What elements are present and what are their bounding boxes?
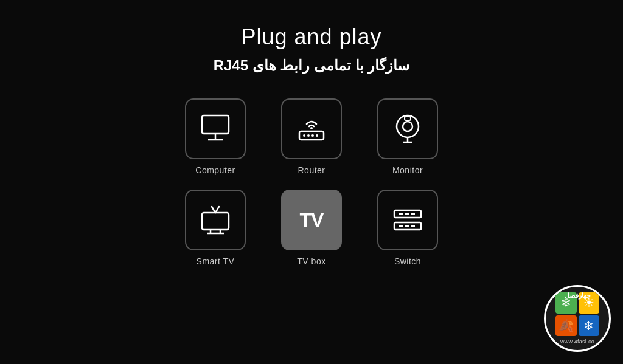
svg-point-10	[403, 122, 412, 131]
device-smart-tv: Smart TV	[176, 190, 255, 266]
svg-line-14	[212, 207, 215, 213]
router-label: Router	[298, 165, 325, 175]
svg-point-5	[303, 134, 305, 137]
device-monitor: Monitor	[368, 98, 447, 175]
device-computer: Computer	[176, 98, 255, 175]
device-row-2: Smart TV TV TV box	[176, 190, 447, 266]
svg-point-8	[316, 134, 318, 137]
logo-autumn-cell: 🍂	[555, 315, 577, 337]
switch-icon-box	[377, 190, 438, 250]
page-subtitle: سازگار با تمامی رابط های RJ45	[214, 57, 410, 74]
computer-label: Computer	[195, 165, 235, 175]
svg-point-7	[312, 134, 314, 137]
svg-line-15	[215, 207, 219, 213]
monitor-icon-box	[377, 98, 438, 159]
computer-icon-box	[185, 98, 246, 159]
smart-tv-icon-box	[185, 190, 246, 250]
device-tv-box: TV TV box	[272, 190, 351, 266]
device-grid: Computer	[176, 98, 447, 266]
tv-box-icon-box: TV	[281, 190, 342, 250]
switch-icon	[389, 202, 426, 238]
logo-brand-text: چهارفصل	[565, 292, 591, 300]
device-switch: Switch	[368, 190, 447, 266]
router-icon-box	[281, 98, 342, 159]
monitor-icon	[389, 111, 426, 147]
tv-box-text-icon: TV	[300, 209, 324, 232]
svg-point-6	[307, 134, 310, 137]
svg-rect-16	[202, 213, 229, 230]
monitor-label: Monitor	[392, 165, 423, 175]
tv-box-label: TV box	[297, 256, 325, 266]
page-container: Plug and play سازگار با تمامی رابط های R…	[0, 0, 623, 364]
switch-label: Switch	[394, 256, 421, 266]
svg-rect-0	[202, 115, 229, 134]
smart-tv-label: Smart TV	[197, 256, 235, 266]
computer-icon	[197, 111, 234, 147]
svg-point-3	[310, 127, 313, 129]
logo-circle: چهارفصل ❄ ☀ 🍂 ❄ www.4fasl.co	[544, 285, 611, 352]
device-row-1: Computer	[176, 98, 447, 175]
svg-point-9	[397, 115, 419, 137]
logo-winter-cell: ❄	[579, 315, 600, 337]
logo-url: www.4fasl.co	[560, 338, 594, 345]
router-icon	[293, 111, 330, 147]
svg-rect-11	[405, 117, 411, 120]
brand-logo: چهارفصل ❄ ☀ 🍂 ❄ www.4fasl.co	[544, 285, 611, 352]
page-title: Plug and play	[241, 24, 381, 50]
device-router: Router	[272, 98, 351, 175]
smart-tv-icon	[197, 202, 234, 238]
